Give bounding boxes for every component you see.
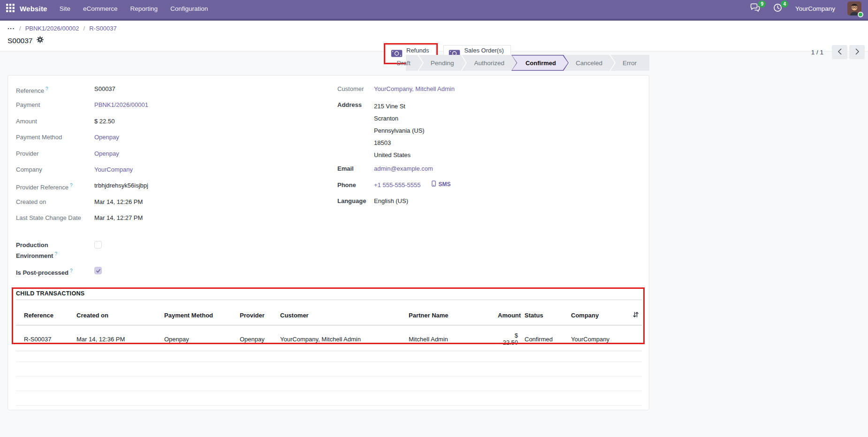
field-value: English (US) bbox=[374, 196, 408, 205]
column-header-customer[interactable]: Customer bbox=[280, 300, 409, 325]
field-label: Phone bbox=[337, 181, 374, 189]
field-label: Amount bbox=[16, 117, 94, 126]
field-label: Provider Reference? bbox=[16, 181, 94, 192]
chevron-right-icon bbox=[855, 48, 860, 56]
field-label: Email bbox=[337, 164, 374, 173]
apps-grid-icon bbox=[6, 4, 15, 14]
actions-gear-button[interactable] bbox=[37, 36, 44, 45]
online-status-dot bbox=[858, 12, 863, 17]
empty-row bbox=[16, 362, 642, 377]
page-title: S00037 bbox=[8, 37, 32, 45]
empty-row bbox=[16, 377, 642, 391]
field-production-environment: Production Environment? bbox=[16, 237, 326, 263]
field-value: Mar 14, 12:26 PM bbox=[94, 197, 143, 206]
section-title: CHILD TRANSACTIONS bbox=[16, 290, 642, 300]
messages-badge: 9 bbox=[758, 0, 766, 8]
child-transactions-table: Reference Created on Payment Method Prov… bbox=[16, 300, 642, 351]
column-header-company[interactable]: Company bbox=[571, 300, 624, 325]
provider-link[interactable]: Openpay bbox=[94, 149, 119, 158]
mobile-phone-icon bbox=[432, 181, 436, 188]
field-provider: Provider Openpay bbox=[16, 146, 326, 162]
breadcrumb-ellipsis[interactable]: ··· bbox=[8, 25, 15, 32]
payment-link[interactable]: PBNK1/2026/00001 bbox=[94, 100, 148, 109]
is-post-processed-checkbox[interactable] bbox=[94, 267, 102, 274]
control-panel: ··· / PBNK1/2026/00002 / R-S00037 S00037 bbox=[0, 21, 868, 52]
messages-button[interactable]: 9 bbox=[750, 4, 761, 13]
field-label: Customer bbox=[337, 84, 374, 93]
breadcrumb-link-refund[interactable]: R-S00037 bbox=[89, 25, 117, 32]
apps-menu-button[interactable] bbox=[6, 4, 15, 13]
field-language: Language English (US) bbox=[337, 193, 628, 209]
column-header-status[interactable]: Status bbox=[525, 300, 571, 325]
field-payment: Payment PBNK1/2026/00001 bbox=[16, 97, 326, 113]
breadcrumb-separator: / bbox=[84, 25, 85, 32]
field-label: Language bbox=[337, 196, 374, 205]
company-link[interactable]: YourCompany bbox=[94, 165, 133, 174]
app-name[interactable]: Website bbox=[20, 5, 47, 13]
status-step-draft[interactable]: Draft bbox=[390, 55, 418, 71]
activities-badge: 4 bbox=[781, 0, 788, 8]
field-value: S00037 bbox=[94, 84, 115, 93]
field-value: Mar 14, 12:27 PM bbox=[94, 213, 143, 222]
address-country: United States bbox=[374, 149, 425, 161]
help-marker: ? bbox=[70, 268, 73, 273]
column-header-payment-method[interactable]: Payment Method bbox=[164, 300, 240, 325]
sales-orders-label: Sales Order(s) bbox=[464, 47, 504, 54]
child-transactions-section: CHILD TRANSACTIONS Reference Created on … bbox=[16, 290, 642, 351]
statusbar: Draft Pending Authorized Confirmed Cance… bbox=[406, 55, 649, 71]
top-navbar: Website Site eCommerce Reporting Configu… bbox=[0, 0, 868, 21]
activities-button[interactable]: 4 bbox=[773, 4, 783, 13]
column-header-created-on[interactable]: Created on bbox=[76, 300, 164, 325]
field-value: trbhjdrehsyk56isjbpj bbox=[94, 181, 148, 190]
help-marker: ? bbox=[70, 183, 73, 188]
menu-configuration[interactable]: Configuration bbox=[170, 5, 208, 12]
refunds-label: Refunds bbox=[406, 47, 429, 54]
field-amount: Amount $ 22.50 bbox=[16, 113, 326, 129]
status-step-canceled[interactable]: Canceled bbox=[569, 55, 609, 71]
empty-row bbox=[16, 391, 642, 406]
chevron-separator-icon bbox=[418, 55, 424, 71]
menu-site[interactable]: Site bbox=[60, 5, 70, 12]
address-city: Scranton bbox=[374, 113, 425, 125]
field-label: Production Environment? bbox=[16, 241, 94, 260]
menu-ecommerce[interactable]: eCommerce bbox=[83, 5, 118, 12]
field-email: Email admin@example.com bbox=[337, 161, 628, 177]
menu-reporting[interactable]: Reporting bbox=[130, 5, 158, 12]
optional-columns-button[interactable] bbox=[624, 300, 642, 325]
sms-button[interactable]: SMS bbox=[432, 181, 450, 188]
pager-previous-button[interactable] bbox=[832, 45, 847, 59]
sms-label: SMS bbox=[438, 181, 450, 188]
status-step-authorized[interactable]: Authorized bbox=[467, 55, 511, 71]
field-label: Payment bbox=[16, 100, 94, 109]
production-environment-checkbox[interactable] bbox=[94, 241, 102, 249]
breadcrumb-link-payment[interactable]: PBNK1/2026/00002 bbox=[25, 25, 79, 32]
phone-link[interactable]: +1 555-555-5555 bbox=[374, 181, 420, 189]
gear-icon bbox=[37, 36, 44, 45]
pager-next-button[interactable] bbox=[849, 45, 865, 59]
help-marker: ? bbox=[46, 86, 48, 91]
column-header-provider[interactable]: Provider bbox=[240, 300, 280, 325]
field-label: Company bbox=[16, 165, 94, 174]
record-title-row: S00037 bbox=[8, 36, 44, 45]
field-company: Company YourCompany bbox=[16, 162, 326, 178]
systray: 9 4 YourCompany bbox=[750, 1, 861, 15]
status-step-error[interactable]: Error bbox=[616, 55, 644, 71]
column-header-partner-name[interactable]: Partner Name bbox=[409, 300, 498, 325]
field-label: Created on bbox=[16, 197, 94, 206]
field-address: Address 215 Vine St Scranton Pennsylvani… bbox=[337, 97, 628, 161]
page: Website Site eCommerce Reporting Configu… bbox=[0, 0, 868, 437]
chevron-separator-icon bbox=[461, 55, 467, 71]
customer-link[interactable]: YourCompany, Mitchell Admin bbox=[374, 84, 455, 93]
company-switcher[interactable]: YourCompany bbox=[795, 5, 835, 12]
column-header-reference[interactable]: Reference bbox=[16, 300, 76, 325]
column-header-amount[interactable]: Amount bbox=[498, 300, 525, 325]
field-column-left: Reference? S00037 Payment PBNK1/2026/000… bbox=[16, 81, 326, 279]
status-step-pending[interactable]: Pending bbox=[424, 55, 461, 71]
field-customer: Customer YourCompany, Mitchell Admin bbox=[337, 81, 628, 97]
user-menu[interactable] bbox=[847, 1, 861, 15]
email-link[interactable]: admin@example.com bbox=[374, 164, 433, 173]
breadcrumb-separator: / bbox=[19, 25, 21, 32]
status-step-confirmed-active[interactable]: Confirmed bbox=[511, 55, 569, 71]
payment-method-link[interactable]: Openpay bbox=[94, 133, 119, 142]
pager-value[interactable]: 1 / 1 bbox=[811, 49, 823, 56]
